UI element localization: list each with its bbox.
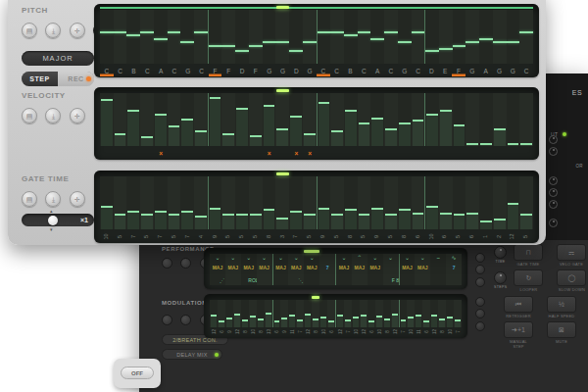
modulation-step[interactable] bbox=[233, 300, 241, 327]
velocity-step[interactable] bbox=[318, 93, 331, 146]
velocity-step[interactable] bbox=[453, 93, 466, 146]
gate-step[interactable] bbox=[330, 176, 344, 229]
modulation-step[interactable] bbox=[241, 300, 249, 327]
paste-icon[interactable] bbox=[180, 315, 191, 325]
performance-step[interactable]: ⌄MAJ bbox=[400, 254, 416, 285]
velocity-step[interactable] bbox=[114, 93, 127, 146]
modulation-step[interactable] bbox=[336, 300, 344, 327]
gate-step[interactable] bbox=[412, 176, 426, 229]
gate-step[interactable] bbox=[249, 176, 263, 229]
velocity-step[interactable] bbox=[303, 93, 318, 146]
modulation-step[interactable] bbox=[422, 300, 430, 327]
pitch-step[interactable] bbox=[507, 10, 520, 64]
gate-step[interactable] bbox=[126, 176, 140, 229]
velocity-step[interactable] bbox=[154, 93, 168, 146]
velocity-step[interactable] bbox=[275, 93, 289, 146]
save-icon[interactable]: ⤓ bbox=[45, 108, 61, 123]
performance-step[interactable]: ⌄F 8 bbox=[383, 254, 400, 285]
pitch-step[interactable] bbox=[194, 10, 209, 64]
pitch-step[interactable] bbox=[384, 10, 398, 64]
pitch-step[interactable] bbox=[303, 10, 318, 64]
velocity-step[interactable] bbox=[235, 93, 249, 146]
paste-icon[interactable] bbox=[180, 258, 191, 269]
pitch-step[interactable] bbox=[453, 10, 466, 64]
velocity-step[interactable] bbox=[289, 93, 303, 146]
modulation-step[interactable] bbox=[415, 300, 422, 327]
velocity-step[interactable] bbox=[100, 93, 114, 146]
pitch-step[interactable] bbox=[263, 10, 276, 64]
copy-icon[interactable]: ▤ bbox=[22, 108, 37, 123]
pitch-step[interactable] bbox=[209, 10, 222, 64]
gate-step[interactable] bbox=[453, 176, 466, 229]
velocity-step[interactable] bbox=[126, 93, 140, 146]
dpad-icon[interactable]: ✛ bbox=[70, 23, 85, 38]
save-icon[interactable]: ⤓ bbox=[45, 23, 61, 38]
slow-down-button[interactable]: ◯ bbox=[557, 270, 586, 286]
performance-step[interactable]: ⌄MAJROL bbox=[241, 254, 257, 285]
pitch-step[interactable] bbox=[168, 10, 181, 64]
gate-step[interactable] bbox=[398, 176, 412, 229]
velocity-step[interactable] bbox=[180, 93, 194, 146]
round-button[interactable] bbox=[475, 253, 485, 263]
gate-step[interactable] bbox=[140, 176, 154, 229]
gate-step[interactable] bbox=[194, 176, 209, 229]
velocity-step[interactable] bbox=[370, 93, 384, 146]
gate-step[interactable] bbox=[263, 176, 276, 229]
modulation-step[interactable] bbox=[344, 300, 352, 327]
modulation-step[interactable] bbox=[288, 300, 296, 327]
modulation-step[interactable] bbox=[265, 300, 273, 327]
pitch-step[interactable] bbox=[425, 10, 439, 64]
pitch-step[interactable] bbox=[154, 10, 168, 64]
velocity-step[interactable] bbox=[493, 93, 507, 146]
knob-icon[interactable] bbox=[549, 147, 558, 156]
gate-step[interactable] bbox=[303, 176, 318, 229]
pitch-step[interactable] bbox=[479, 10, 493, 64]
gate-step[interactable] bbox=[439, 176, 453, 229]
modulation-step[interactable] bbox=[454, 300, 462, 327]
half-speed-button[interactable]: ½ bbox=[547, 296, 576, 313]
pitch-step[interactable] bbox=[412, 10, 426, 64]
pitch-step[interactable] bbox=[221, 10, 235, 64]
dpad-icon[interactable]: ✛ bbox=[70, 191, 85, 207]
gate-step[interactable] bbox=[235, 176, 249, 229]
modulation-step[interactable] bbox=[407, 300, 415, 327]
dpad-icon[interactable]: ✛ bbox=[70, 108, 85, 123]
gate-step[interactable] bbox=[425, 176, 439, 229]
velocity-step[interactable] bbox=[263, 93, 276, 146]
gate-step[interactable] bbox=[344, 176, 358, 229]
pitch-step[interactable] bbox=[344, 10, 358, 64]
retrigger-button[interactable]: ⏮ bbox=[504, 296, 533, 313]
knob-icon[interactable] bbox=[549, 219, 558, 227]
pitch-step[interactable] bbox=[126, 10, 140, 64]
modulation-step[interactable] bbox=[438, 300, 446, 327]
velocity-step[interactable] bbox=[519, 93, 533, 146]
performance-step[interactable]: ⌄MAJ⋱ bbox=[288, 254, 304, 285]
modulation-step[interactable] bbox=[218, 300, 225, 327]
velocity-step[interactable] bbox=[358, 93, 371, 146]
modulation-step[interactable] bbox=[368, 300, 375, 327]
time-knob[interactable]: TIME bbox=[494, 244, 507, 264]
modulation-step[interactable] bbox=[273, 300, 281, 327]
knob-icon[interactable] bbox=[549, 200, 558, 209]
gate-time-button[interactable]: ⊓ bbox=[514, 244, 543, 261]
velo-gate-button[interactable]: ⚎ bbox=[557, 244, 586, 261]
manual-step-button[interactable]: ➜+1 bbox=[504, 321, 533, 338]
pitch-step[interactable] bbox=[330, 10, 344, 64]
performance-step[interactable]: ⌃MAJ bbox=[352, 254, 368, 285]
pitch-step[interactable] bbox=[466, 10, 479, 64]
gate-step[interactable] bbox=[209, 176, 222, 229]
gate-step[interactable] bbox=[289, 176, 303, 229]
pitch-step[interactable] bbox=[249, 10, 263, 64]
gate-step[interactable] bbox=[180, 176, 194, 229]
gate-step[interactable] bbox=[318, 176, 331, 229]
copy-icon[interactable]: ▤ bbox=[22, 23, 37, 38]
rec-mode-button[interactable]: REC bbox=[58, 72, 94, 86]
mute-button[interactable]: ⊠ bbox=[547, 321, 576, 338]
modulation-step[interactable] bbox=[446, 300, 454, 327]
pitch-step[interactable] bbox=[180, 10, 194, 64]
copy-icon[interactable] bbox=[162, 258, 172, 269]
gate-step[interactable] bbox=[358, 176, 371, 229]
gate-step[interactable] bbox=[479, 176, 493, 229]
gate-step[interactable] bbox=[384, 176, 398, 229]
modulation-step[interactable] bbox=[352, 300, 360, 327]
